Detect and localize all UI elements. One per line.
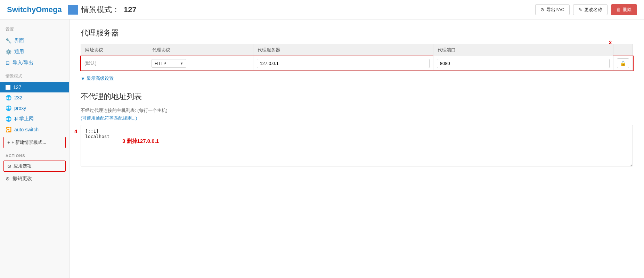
logo[interactable]: SwitchyOmega <box>7 5 62 14</box>
proxy-server-cell <box>253 56 433 71</box>
col-proxy-port: 代理端口 2 <box>433 44 613 56</box>
profile-color-icon <box>68 5 78 15</box>
no-proxy-title: 不代理的地址列表 <box>81 91 633 102</box>
proxy-port-input[interactable] <box>437 59 610 68</box>
edit-icon: ✎ <box>578 7 582 12</box>
trash-icon: 🗑 <box>616 7 621 12</box>
col-actions-empty <box>613 44 633 56</box>
proxy-protocol-cell: HTTP HTTPS SOCKS4 SOCKS5 ▼ <box>148 56 253 71</box>
chevron-down-icon-advanced: ▼ <box>81 76 85 81</box>
lock-cell: 🔒 <box>613 56 633 71</box>
sync-icon: 🔁 <box>6 127 11 132</box>
col-proxy-protocol: 代理协议 <box>148 44 253 56</box>
lock-button[interactable]: 🔒 <box>617 58 629 68</box>
delete-button[interactable]: 🗑 删除 <box>611 4 637 15</box>
export-pac-button[interactable]: ⊙ 导出PAC <box>535 4 570 15</box>
annotation-2: 2 <box>609 39 612 45</box>
square-icon <box>6 85 10 90</box>
profiles-section-label: 情景模式 <box>0 72 69 82</box>
proxy-protocol-select[interactable]: HTTP HTTPS SOCKS4 SOCKS5 <box>152 59 186 68</box>
sidebar-item-general[interactable]: ⚙️ 通用 <box>0 46 69 57</box>
no-proxy-textarea-container: 4 [::1] localhost 3 删掉127.0.0.1 <box>81 125 633 167</box>
header-title: 情景模式： 127 <box>81 5 137 15</box>
sidebar-item-127[interactable]: 127 <box>0 82 69 92</box>
header: SwitchyOmega 情景模式： 127 ⊙ 导出PAC ✎ 更改名称 🗑 … <box>0 0 644 19</box>
lock-icon: 🔒 <box>620 60 626 66</box>
col-proxy-server: 代理服务器 <box>253 44 433 56</box>
body-layout: 设置 🔧 界面 ⚙️ 通用 ⊟ 导入/导出 情景模式 127 🌐 232 🌐 p… <box>0 19 644 278</box>
sidebar-divider <box>0 68 69 72</box>
new-profile-button[interactable]: + + 新建情景模式... <box>3 137 66 148</box>
sidebar-item-auto-switch[interactable]: 🔁 auto switch <box>0 124 69 135</box>
check-circle-icon: ⊙ <box>7 163 11 169</box>
sidebar-item-kexue[interactable]: 🌐 科学上网 <box>0 113 69 124</box>
no-proxy-textarea[interactable]: [::1] localhost <box>81 125 633 166</box>
sidebar-item-232[interactable]: 🌐 232 <box>0 92 69 103</box>
annotation-4: 4 <box>74 128 77 134</box>
import-icon: ⊟ <box>6 60 10 66</box>
globe-icon-kexue: 🌐 <box>6 116 11 122</box>
cancel-circle-icon: ⊗ <box>6 176 10 181</box>
globe-icon-232: 🌐 <box>6 95 11 100</box>
proxy-table: 网址协议 代理协议 代理服务器 代理端口 2 <box>81 44 633 71</box>
settings-section-label: 设置 <box>0 25 69 35</box>
plus-icon: + <box>7 140 10 145</box>
sidebar-item-importexport[interactable]: ⊟ 导入/导出 <box>0 57 69 68</box>
proxy-protocol-select-wrap: HTTP HTTPS SOCKS4 SOCKS5 ▼ <box>152 59 186 68</box>
export-icon: ⊙ <box>540 7 544 12</box>
proxy-server-input[interactable] <box>257 59 430 68</box>
sidebar-item-interface[interactable]: 🔧 界面 <box>0 35 69 46</box>
rename-button[interactable]: ✎ 更改名称 <box>573 4 608 15</box>
proxy-port-cell <box>433 56 613 71</box>
apply-options-button[interactable]: ⊙ 应用选项 <box>3 161 66 172</box>
url-protocol-cell: (默认) <box>81 56 148 71</box>
proxy-server-title: 代理服务器 <box>81 28 633 38</box>
cancel-changes-button[interactable]: ⊗ 撤销更改 <box>0 173 69 184</box>
main-content: 代理服务器 网址协议 代理协议 代理服务器 代理端口 2 <box>70 19 644 278</box>
sidebar: 设置 🔧 界面 ⚙️ 通用 ⊟ 导入/导出 情景模式 127 🌐 232 🌐 p… <box>0 19 70 278</box>
gear-icon: ⚙️ <box>6 49 11 55</box>
actions-label: ACTIONS <box>0 150 69 159</box>
wildcard-link[interactable]: (可使用通配符等匹配规则...) <box>81 115 633 121</box>
globe-icon-proxy: 🌐 <box>6 105 11 111</box>
wrench-icon: 🔧 <box>6 38 11 43</box>
no-proxy-desc: 不经过代理连接的主机列表: (每行一个主机) <box>81 107 633 114</box>
header-actions: ⊙ 导出PAC ✎ 更改名称 🗑 删除 <box>535 4 637 15</box>
proxy-table-row: (默认) HTTP HTTPS SOCKS4 SOCKS5 ▼ <box>81 56 633 71</box>
sidebar-item-proxy[interactable]: 🌐 proxy <box>0 103 69 113</box>
show-advanced-link[interactable]: ▼ 显示高级设置 <box>81 75 114 82</box>
col-url-protocol: 网址协议 <box>81 44 148 56</box>
